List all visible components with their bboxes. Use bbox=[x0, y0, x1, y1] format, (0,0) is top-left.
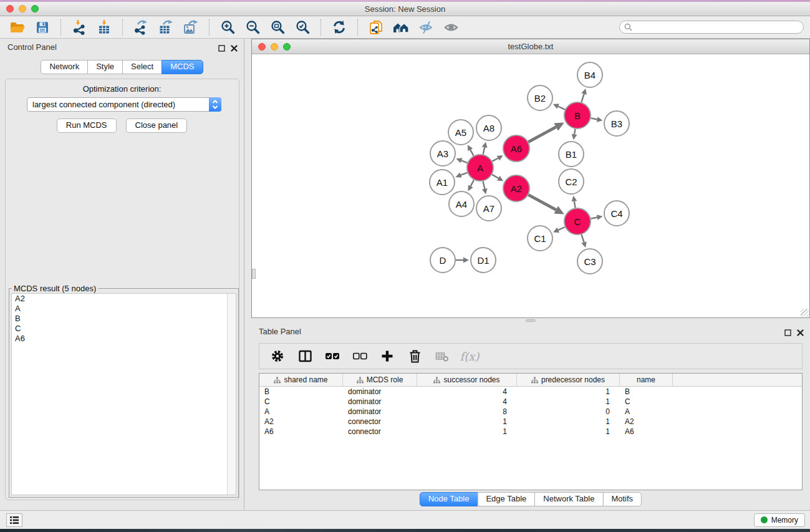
edge-A-A6[interactable] bbox=[492, 155, 503, 161]
edge-A-A8[interactable] bbox=[482, 142, 488, 154]
column-header-mcds-role[interactable]: MCDS role bbox=[343, 374, 417, 386]
mcds-result-item[interactable]: C bbox=[12, 324, 236, 334]
column-header-name[interactable]: name bbox=[620, 374, 673, 386]
tab-node-table[interactable]: Node Table bbox=[420, 492, 478, 506]
graph-node-D1[interactable]: D1 bbox=[471, 248, 496, 273]
float-table-panel-icon[interactable] bbox=[784, 327, 791, 339]
edge-A-A4[interactable] bbox=[468, 180, 474, 191]
tab-network-table[interactable]: Network Table bbox=[534, 492, 603, 506]
graph-node-B1[interactable]: B1 bbox=[559, 142, 584, 167]
graph-node-D[interactable]: D bbox=[430, 248, 455, 273]
graph-node-A2[interactable]: A2 bbox=[503, 175, 529, 201]
edge-B-B3[interactable] bbox=[591, 117, 603, 122]
close-panel-button[interactable]: Close panel bbox=[126, 118, 188, 133]
graph-node-B3[interactable]: B3 bbox=[604, 111, 629, 136]
deselect-all-columns-button[interactable] bbox=[350, 347, 369, 365]
tab-network[interactable]: Network bbox=[41, 60, 88, 74]
mcds-result-item[interactable]: B bbox=[12, 314, 236, 324]
scrollbar-track[interactable] bbox=[227, 294, 236, 495]
graph-node-B4[interactable]: B4 bbox=[577, 62, 602, 87]
zoom-selected-button[interactable] bbox=[292, 18, 312, 37]
window-resize-grip[interactable] bbox=[801, 309, 809, 317]
graph-node-A4[interactable]: A4 bbox=[449, 191, 474, 216]
save-session-button[interactable] bbox=[32, 18, 52, 37]
graph-node-A3[interactable]: A3 bbox=[430, 141, 455, 166]
edge-A6-B[interactable] bbox=[528, 122, 564, 142]
graph-node-A[interactable]: A bbox=[467, 155, 493, 181]
table-row[interactable]: Adominator80A bbox=[259, 407, 802, 417]
edge-A-A5[interactable] bbox=[468, 145, 474, 155]
edge-A2-C[interactable] bbox=[528, 195, 564, 214]
tab-select[interactable]: Select bbox=[122, 60, 162, 74]
show-columns-button[interactable] bbox=[296, 347, 314, 365]
table-options-button[interactable] bbox=[268, 347, 287, 365]
edge-C-C3[interactable] bbox=[581, 235, 586, 248]
table-row[interactable]: A6connector11A6 bbox=[259, 427, 802, 437]
tab-style[interactable]: Style bbox=[87, 60, 123, 74]
graph-node-B2[interactable]: B2 bbox=[528, 85, 552, 110]
graph-node-C1[interactable]: C1 bbox=[528, 226, 552, 251]
memory-button[interactable]: Memory bbox=[754, 513, 805, 527]
canvas-scroll-handle[interactable] bbox=[252, 269, 256, 279]
split-divider-grip[interactable] bbox=[526, 319, 536, 322]
graph-node-A6[interactable]: A6 bbox=[503, 135, 529, 162]
mcds-result-item[interactable]: A6 bbox=[12, 334, 236, 344]
graph-node-C2[interactable]: C2 bbox=[559, 169, 584, 194]
mcds-result-item[interactable]: A2 bbox=[12, 294, 236, 304]
close-panel-icon[interactable] bbox=[231, 43, 238, 54]
mcds-result-list[interactable]: A2ABCA6 bbox=[11, 293, 236, 495]
network-canvas[interactable]: B4B2BB3A5A8A6A3B1AA1C2A2A4A7CC4C1C3DD1 bbox=[252, 54, 809, 317]
task-history-button[interactable] bbox=[6, 513, 22, 527]
run-mcds-button[interactable]: Run MCDS bbox=[57, 118, 117, 133]
graph-node-B[interactable]: B bbox=[564, 102, 591, 128]
edge-C-C1[interactable] bbox=[553, 227, 565, 233]
import-network-button[interactable] bbox=[69, 18, 89, 37]
graph-node-A7[interactable]: A7 bbox=[476, 196, 501, 221]
zoom-out-button[interactable] bbox=[243, 18, 263, 37]
export-image-button[interactable] bbox=[181, 18, 201, 37]
tab-motifs[interactable]: Motifs bbox=[602, 492, 642, 506]
graph-node-C[interactable]: C bbox=[564, 208, 591, 235]
function-builder-button[interactable]: f(x) bbox=[460, 347, 479, 365]
table-row[interactable]: A2connector11A2 bbox=[259, 417, 802, 427]
first-neighbors-button[interactable] bbox=[391, 18, 411, 37]
table-row[interactable]: Bdominator41B bbox=[259, 387, 802, 397]
edge-A-A2[interactable] bbox=[492, 175, 503, 181]
edge-A-A3[interactable] bbox=[456, 158, 467, 163]
column-header-successor-nodes[interactable]: successor nodes bbox=[417, 374, 517, 386]
graph-node-C3[interactable]: C3 bbox=[577, 249, 602, 274]
select-all-columns-button[interactable] bbox=[323, 347, 342, 365]
mcds-result-item[interactable]: A bbox=[12, 304, 236, 314]
tab-mcds[interactable]: MCDS bbox=[162, 60, 203, 74]
split-divider[interactable] bbox=[251, 318, 810, 323]
table-row[interactable]: Cdominator41C bbox=[259, 397, 802, 407]
edge-B-B2[interactable] bbox=[553, 104, 565, 110]
edge-B-B1[interactable] bbox=[572, 129, 577, 140]
graph-node-A5[interactable]: A5 bbox=[448, 120, 473, 145]
edge-A-A1[interactable] bbox=[456, 173, 468, 178]
optimization-criterion-select[interactable]: largest connected component (directed) bbox=[27, 97, 221, 112]
export-network-button[interactable] bbox=[131, 18, 151, 37]
edge-D-D1[interactable] bbox=[456, 258, 469, 263]
network-from-selection-button[interactable] bbox=[366, 18, 386, 37]
zoom-in-button[interactable] bbox=[218, 18, 238, 37]
hide-selection-button[interactable] bbox=[416, 18, 436, 37]
edge-A-A7[interactable] bbox=[482, 181, 488, 195]
graph-node-A1[interactable]: A1 bbox=[430, 170, 455, 195]
open-session-button[interactable] bbox=[7, 18, 27, 37]
column-header-shared-name[interactable]: shared name bbox=[259, 374, 343, 386]
edge-B-B4[interactable] bbox=[581, 89, 586, 102]
delete-column-button[interactable] bbox=[405, 347, 424, 365]
add-column-button[interactable] bbox=[378, 347, 397, 365]
graph-node-C4[interactable]: C4 bbox=[604, 201, 629, 226]
refresh-button[interactable] bbox=[329, 18, 349, 37]
network-graph[interactable]: B4B2BB3A5A8A6A3B1AA1C2A2A4A7CC4C1C3DD1 bbox=[252, 54, 808, 316]
edge-C-C4[interactable] bbox=[591, 215, 603, 220]
show-all-button[interactable] bbox=[441, 18, 461, 37]
delete-table-button[interactable] bbox=[433, 347, 451, 365]
import-table-button[interactable] bbox=[94, 18, 114, 37]
column-header-predecessor-nodes[interactable]: predecessor nodes bbox=[517, 374, 620, 386]
graph-node-A8[interactable]: A8 bbox=[476, 115, 501, 140]
float-panel-icon[interactable] bbox=[218, 43, 225, 54]
tab-edge-table[interactable]: Edge Table bbox=[477, 492, 535, 506]
